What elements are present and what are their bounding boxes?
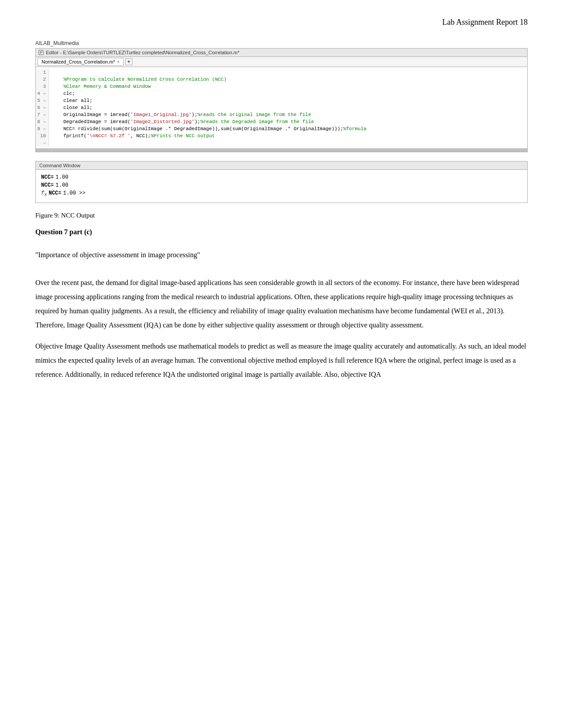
tab-close-button[interactable]: × [117, 60, 120, 64]
code-area: 1 2 %Program to calculate Normalized Cro… [36, 67, 527, 148]
editor-titlebar-text: Editor - E:\Sample Orders\TURTLEZ\Turtle… [46, 50, 239, 55]
line-content-7: OriginalImage = imread('Image1_Original.… [52, 111, 311, 118]
command-window-title: Command Window [36, 161, 527, 170]
line-content-2: %Program to calculate Normalized Cross C… [52, 76, 227, 83]
tab-name: Normalized_Cross_Correlation.m* [42, 59, 115, 64]
command-content: NCC= 1.00 NCC= 1.00 fx NCC= 1.00 >> [36, 170, 527, 203]
line-num-8: 8 – [36, 118, 49, 125]
line-content-4: clc; [52, 90, 75, 97]
cmd-prefix-3: fx [41, 189, 47, 199]
code-line-10: 10 – fprintf('\nNCC= %7.2f ', NCC);%Prin… [36, 132, 527, 146]
figure-caption: Figure 9: NCC Output [35, 212, 528, 219]
cmd-value-2: 1.00 [56, 181, 68, 189]
command-window: Command Window NCC= 1.00 NCC= 1.00 fx NC… [35, 161, 528, 203]
body-paragraph-2: Objective Image Quality Assessment metho… [35, 339, 528, 382]
line-num-5: 5 – [36, 97, 49, 104]
cmd-label-2: NCC= [41, 181, 54, 189]
code-line-8: 8 – DegradedImage = imread('Image2_Disto… [36, 118, 527, 125]
line-num-1: 1 [36, 69, 49, 76]
code-line-9: 9 – NCC= rdivide(sum(sum(OriginalImage .… [36, 125, 527, 132]
line-num-10: 10 – [36, 132, 49, 146]
line-content-6: close all; [52, 104, 92, 111]
line-num-3: 3 [36, 83, 49, 90]
editor-icon [38, 50, 44, 55]
line-content-8: DegradedImage = imread('Image2_Distorted… [52, 118, 314, 125]
line-content-9: NCC= rdivide(sum(sum(OriginalImage .* De… [52, 125, 367, 132]
page-header: Lab Assignment Report 18 [35, 18, 528, 27]
code-line-4: 4 – clc; [36, 90, 527, 97]
section-quote: "Importance of objective assessment in i… [35, 251, 528, 259]
code-line-1: 1 [36, 69, 527, 76]
editor-titlebar: Editor - E:\Sample Orders\TURTLEZ\Turtle… [36, 49, 527, 57]
editor-tabs: Normalized_Cross_Correlation.m* × + [36, 57, 527, 67]
cmd-line-2: NCC= 1.00 [41, 181, 522, 189]
cmd-line-1: NCC= 1.00 [41, 173, 522, 181]
line-num-6: 6 – [36, 104, 49, 111]
cmd-label-3: NCC= [49, 189, 61, 197]
section-heading: Question 7 part (c) [35, 228, 528, 236]
editor-window: Editor - E:\Sample Orders\TURTLEZ\Turtle… [35, 48, 528, 152]
editor-tab-active[interactable]: Normalized_Cross_Correlation.m* × [38, 58, 124, 66]
code-line-3: 3 %Clear Memory & Command Window [36, 83, 527, 90]
code-line-2: 2 %Program to calculate Normalized Cross… [36, 76, 527, 83]
line-num-9: 9 – [36, 125, 49, 132]
line-content-5: clear all; [52, 97, 92, 104]
code-line-5: 5 – clear all; [36, 97, 527, 104]
code-line-7: 7 – OriginalImage = imread('Image1_Origi… [36, 111, 527, 118]
report-title: Lab Assignment Report 18 [442, 18, 528, 27]
body-paragraph-1: Over the recent past, the demand for dig… [35, 276, 528, 332]
cmd-line-3: fx NCC= 1.00 >> [41, 189, 522, 199]
tab-add-button[interactable]: + [125, 58, 132, 65]
line-num-7: 7 – [36, 111, 49, 118]
line-content-10: fprintf('\nNCC= %7.2f ', NCC);%Prints th… [52, 132, 215, 146]
cmd-label-1: NCC= [41, 173, 54, 181]
ailab-label: AILAB_Multimedia [35, 40, 528, 46]
cmd-value-1: 1.00 [56, 173, 68, 181]
code-line-6: 6 – close all; [36, 104, 527, 111]
cmd-value-3: 1.00 >> [63, 189, 85, 197]
editor-scrollbar[interactable] [36, 148, 527, 152]
line-num-2: 2 [36, 76, 49, 83]
line-num-4: 4 – [36, 90, 49, 97]
line-content-3: %Clear Memory & Command Window [52, 83, 151, 90]
